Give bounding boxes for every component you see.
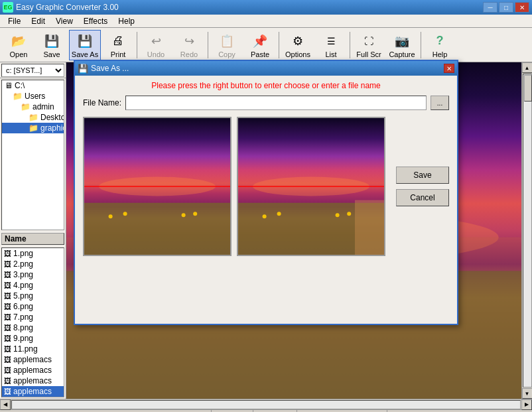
file-name-row: File Name: ... xyxy=(83,96,449,110)
svg-point-25 xyxy=(277,212,281,216)
dialog-close-button[interactable]: ✕ xyxy=(444,64,454,73)
svg-rect-15 xyxy=(84,203,230,255)
preview-section: Save Cancel xyxy=(83,117,449,256)
svg-point-16 xyxy=(109,214,113,218)
preview-right xyxy=(237,117,385,256)
dialog-title-bar: 💾 Save As ... ✕ xyxy=(75,61,457,76)
save-as-dialog: 💾 Save As ... ✕ Please press the right b… xyxy=(74,60,458,325)
svg-point-27 xyxy=(347,212,351,216)
dialog-content: Please press the right button to enter c… xyxy=(75,76,457,261)
dialog-title: Save As ... xyxy=(91,64,129,73)
preview-images xyxy=(83,117,385,256)
svg-point-24 xyxy=(263,214,267,218)
svg-point-17 xyxy=(123,212,127,216)
svg-rect-28 xyxy=(355,200,384,255)
cancel-dialog-button[interactable]: Cancel xyxy=(396,189,449,206)
save-dialog-button[interactable]: Save xyxy=(396,167,449,184)
svg-point-18 xyxy=(182,213,186,217)
dialog-warning: Please press the right button to enter c… xyxy=(83,81,449,90)
preview-left xyxy=(83,117,232,256)
svg-point-19 xyxy=(193,212,197,216)
svg-point-26 xyxy=(336,213,340,217)
dialog-buttons: Save Cancel xyxy=(396,117,449,256)
dialog-overlay: 💾 Save As ... ✕ Please press the right b… xyxy=(0,0,532,412)
file-name-input[interactable] xyxy=(125,96,427,110)
browse-button[interactable]: ... xyxy=(431,96,449,110)
file-name-label: File Name: xyxy=(83,98,121,107)
